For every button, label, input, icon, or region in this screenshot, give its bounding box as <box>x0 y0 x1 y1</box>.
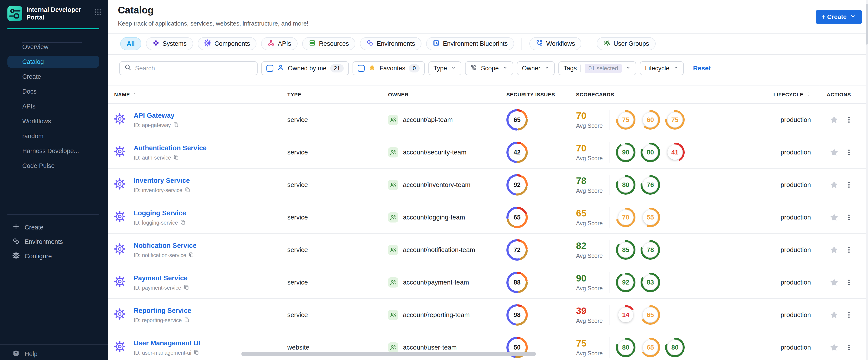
entity-name-link[interactable]: Payment Service <box>134 274 188 282</box>
kebab-menu-icon[interactable] <box>845 214 853 221</box>
copy-icon[interactable] <box>173 122 179 129</box>
favorite-star-icon[interactable] <box>830 148 839 157</box>
copy-icon[interactable] <box>188 252 194 259</box>
tab-environments[interactable]: Environments <box>360 37 422 50</box>
app-grid-icon[interactable] <box>94 8 102 18</box>
sidebar-item-catalog[interactable]: Catalog <box>7 56 99 68</box>
tab-components[interactable]: Components <box>198 37 256 50</box>
entity-name-link[interactable]: Authentication Service <box>134 144 207 152</box>
kebab-menu-icon[interactable] <box>845 311 853 319</box>
scorecard-ring[interactable]: 78 <box>641 240 660 260</box>
sidebar-item-configure[interactable]: Configure <box>0 249 108 263</box>
security-issues-donut[interactable]: 92 <box>506 174 528 196</box>
scorecard-ring[interactable]: 90 <box>616 143 636 162</box>
scorecard-ring[interactable]: 65 <box>641 305 660 325</box>
type-dropdown[interactable]: Type <box>428 61 462 75</box>
favorite-star-icon[interactable] <box>830 278 839 287</box>
sidebar-item-code-pulse[interactable]: Code Pulse <box>0 158 108 173</box>
scope-dropdown[interactable]: Scope <box>465 61 513 75</box>
create-button[interactable]: + Create <box>816 10 862 24</box>
kebab-menu-icon[interactable] <box>845 116 853 124</box>
entity-name-link[interactable]: Inventory Service <box>134 177 190 184</box>
tab-all[interactable]: All <box>120 37 141 50</box>
scorecard-ring[interactable]: 60 <box>641 110 660 129</box>
scorecard-ring[interactable]: 75 <box>616 110 636 129</box>
security-issues-donut[interactable]: 65 <box>506 109 528 130</box>
kebab-menu-icon[interactable] <box>845 149 853 156</box>
search-input[interactable] <box>135 65 252 72</box>
favorite-star-icon[interactable] <box>830 245 839 254</box>
sidebar-item-harness-develope-[interactable]: Harness Develope... <box>0 144 108 158</box>
scorecard-ring[interactable]: 92 <box>616 273 636 292</box>
copy-icon[interactable] <box>180 219 186 227</box>
kebab-menu-icon[interactable] <box>845 246 853 253</box>
scorecard-ring[interactable]: 55 <box>641 208 660 227</box>
entity-name-link[interactable]: Reporting Service <box>134 307 191 314</box>
scorecard-ring[interactable]: 65 <box>641 338 660 357</box>
sidebar-item-docs[interactable]: Docs <box>0 84 108 99</box>
security-issues-donut[interactable]: 72 <box>506 239 528 261</box>
tags-dropdown[interactable]: Tags 01 selected <box>558 61 636 75</box>
owned-by-me-checkbox[interactable] <box>267 65 273 72</box>
security-issues-donut[interactable]: 42 <box>506 142 528 163</box>
copy-icon[interactable] <box>185 187 190 194</box>
sidebar-item-help[interactable]: ? Help <box>12 350 38 358</box>
sidebar-item-overview[interactable]: Overview <box>0 39 108 54</box>
horizontal-scrollbar-thumb[interactable] <box>241 352 536 356</box>
copy-icon[interactable] <box>184 317 190 324</box>
security-issues-donut[interactable]: 98 <box>506 304 528 326</box>
favorite-star-icon[interactable] <box>830 310 839 320</box>
sidebar-item-apis[interactable]: APIs <box>0 99 108 114</box>
tab-environment-blueprints[interactable]: Environment Blueprints <box>426 37 514 50</box>
security-issues-donut[interactable]: 88 <box>506 272 528 293</box>
sidebar-item-create[interactable]: Create <box>0 220 108 235</box>
favorites-checkbox[interactable] <box>358 65 365 72</box>
scorecard-ring[interactable]: 80 <box>616 338 636 357</box>
lifecycle-dropdown[interactable]: Lifecycle <box>640 61 684 75</box>
tab-user-groups[interactable]: User Groups <box>597 37 655 50</box>
tab-apis[interactable]: APIs <box>261 37 298 50</box>
tab-systems[interactable]: Systems <box>146 37 193 50</box>
kebab-menu-icon[interactable] <box>845 279 853 286</box>
sidebar-item-create[interactable]: Create <box>0 69 108 84</box>
entity-kind-tabs: AllSystemsComponentsAPIsResourcesEnviron… <box>120 37 656 50</box>
reset-filters-link[interactable]: Reset <box>693 65 711 72</box>
favorites-filter[interactable]: Favorites 0 <box>352 61 425 75</box>
owned-by-me-filter[interactable]: Owned by me 21 <box>261 61 349 75</box>
favorite-star-icon[interactable] <box>830 180 839 189</box>
entity-name-link[interactable]: Logging Service <box>134 209 186 217</box>
owner-dropdown[interactable]: Owner <box>517 61 555 75</box>
copy-icon[interactable] <box>174 154 179 161</box>
copy-icon[interactable] <box>193 350 199 357</box>
entity-name-link[interactable]: User Management UI <box>134 339 200 347</box>
tab-workflows[interactable]: Workflows <box>529 37 581 50</box>
copy-icon[interactable] <box>184 284 189 292</box>
scorecard-ring[interactable]: 75 <box>665 110 685 129</box>
kebab-menu-icon[interactable] <box>845 344 853 351</box>
entity-name-link[interactable]: Notification Service <box>134 242 196 249</box>
sidebar-item-environments[interactable]: Environments <box>0 235 108 249</box>
favorite-star-icon[interactable] <box>830 213 839 222</box>
scorecard-ring[interactable]: 41 <box>665 143 685 162</box>
kebab-menu-icon[interactable] <box>845 181 853 188</box>
entity-name-link[interactable]: API Gateway <box>134 112 175 119</box>
vertical-scrollbar-thumb[interactable] <box>866 4 868 44</box>
scorecard-ring[interactable]: 14 <box>616 305 636 325</box>
scorecard-ring[interactable]: 80 <box>641 143 660 162</box>
column-header-name[interactable]: NAME <box>108 86 280 104</box>
scorecard-ring[interactable]: 80 <box>665 338 685 357</box>
favorite-star-icon[interactable] <box>830 115 839 124</box>
security-issues-donut[interactable]: 65 <box>506 207 528 228</box>
sidebar-item-workflows[interactable]: Workflows <box>0 114 108 129</box>
column-header-security: SECURITY ISSUES <box>499 86 569 104</box>
scorecard-ring[interactable]: 80 <box>616 175 636 194</box>
column-header-lifecycle[interactable]: LIFECYCLE <box>728 86 819 104</box>
scorecard-ring[interactable]: 70 <box>616 208 636 227</box>
svg-text:?: ? <box>15 351 17 355</box>
favorite-star-icon[interactable] <box>830 343 839 352</box>
sidebar-item-random[interactable]: random <box>0 129 108 144</box>
scorecard-ring[interactable]: 83 <box>641 273 660 292</box>
scorecard-ring[interactable]: 76 <box>641 175 660 194</box>
scorecard-ring[interactable]: 85 <box>616 240 636 260</box>
tab-resources[interactable]: Resources <box>302 37 355 50</box>
